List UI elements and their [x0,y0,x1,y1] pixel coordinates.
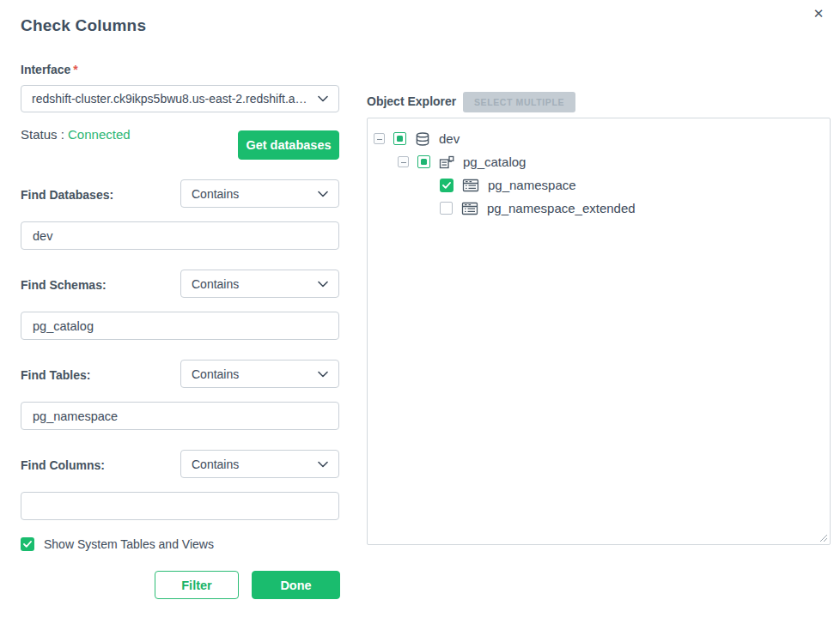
chevron-down-icon [318,281,328,288]
show-system-tables-row: Show System Tables and Views [21,537,214,551]
find-databases-label: Find Databases: [21,188,113,202]
page-title: Check Columns [21,16,146,35]
interface-label: Interface* [21,63,78,76]
database-icon [415,132,430,146]
table-icon [461,202,478,215]
chevron-down-icon [318,371,328,378]
tree-checkbox-indeterminate[interactable] [417,155,430,168]
object-explorer-title: Object Explorer [367,94,456,108]
find-tables-label: Find Tables: [21,368,90,382]
check-columns-dialog: Check Columns ✕ Interface* redshift-clus… [0,0,840,618]
find-tables-input[interactable] [21,402,339,430]
tree-row-database[interactable]: dev [368,127,830,150]
find-databases-operator-select[interactable]: Contains [180,179,339,208]
tree-row-table[interactable]: pg_namespace_extended [368,197,830,220]
find-columns-input[interactable] [21,492,339,520]
find-databases-input[interactable] [21,221,339,250]
collapse-toggle-icon[interactable] [374,133,385,144]
required-asterisk: * [73,63,77,76]
find-schemas-operator-select[interactable]: Contains [180,270,339,298]
object-explorer-panel: dev pg_catalog [367,118,831,545]
done-button[interactable]: Done [252,571,340,599]
get-databases-button[interactable]: Get databases [238,130,339,160]
status-label: Status : [21,127,64,142]
tree-node-label: dev [439,131,460,146]
close-icon[interactable]: ✕ [809,4,828,23]
show-system-tables-label: Show System Tables and Views [44,537,214,551]
schema-icon [439,155,454,169]
table-icon [462,179,479,192]
find-schemas-input[interactable] [21,312,339,340]
interface-select-value: redshift-cluster.ck9ikps5bwu8.us-east-2.… [32,92,318,106]
status-row: Status : Connected [21,127,131,142]
select-multiple-button[interactable]: SELECT MULTIPLE [463,92,575,112]
object-tree: dev pg_catalog [368,118,830,220]
filter-button[interactable]: Filter [155,571,239,599]
resize-grip-icon[interactable] [819,533,828,542]
tree-checkbox-unchecked[interactable] [440,202,453,215]
collapse-toggle-icon[interactable] [398,156,409,167]
chevron-down-icon [318,191,328,197]
check-icon [442,182,451,189]
tree-checkbox-checked[interactable] [440,179,453,192]
find-schemas-label: Find Schemas: [21,278,107,292]
tree-node-label: pg_namespace [488,178,576,192]
chevron-down-icon [318,461,328,468]
tree-checkbox-indeterminate[interactable] [393,132,406,145]
tree-node-label: pg_namespace_extended [487,201,636,215]
find-columns-label: Find Columns: [21,458,105,472]
tree-node-label: pg_catalog [463,154,526,169]
chevron-down-icon [318,95,328,102]
check-icon [23,541,32,548]
status-value: Connected [68,127,131,142]
find-columns-operator-select[interactable]: Contains [180,450,339,478]
tree-row-schema[interactable]: pg_catalog [368,150,830,173]
find-tables-operator-select[interactable]: Contains [180,360,339,388]
show-system-tables-checkbox[interactable] [21,537,34,551]
interface-select[interactable]: redshift-cluster.ck9ikps5bwu8.us-east-2.… [21,85,339,112]
tree-row-table[interactable]: pg_namespace [368,173,830,197]
